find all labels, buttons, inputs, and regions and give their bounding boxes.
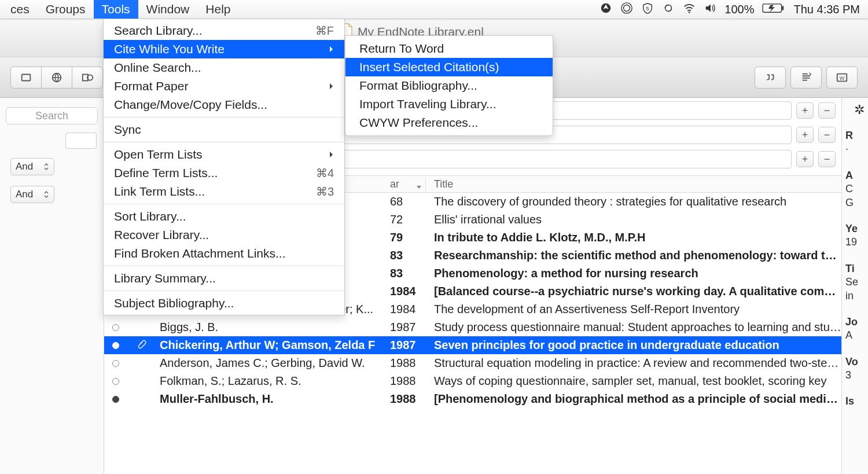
submenu-arrow-icon (328, 148, 334, 161)
submenu-item[interactable]: Insert Selected Citation(s) (345, 58, 553, 76)
menu-item[interactable]: Cite While You Write (104, 40, 344, 58)
menu-separator (104, 266, 344, 266)
menu-shortcut: ⌘3 (316, 185, 334, 199)
submenu-item[interactable]: Import Traveling Library... (345, 95, 553, 113)
location-icon[interactable] (599, 2, 612, 17)
menu-item[interactable]: Link Term Lists...⌘3 (104, 182, 344, 201)
cloud-icon[interactable] (620, 2, 633, 17)
search-input[interactable]: Search (6, 107, 98, 124)
menu-item-label: Define Term Lists... (114, 166, 218, 180)
submenu-item[interactable]: Format Bibliography... (345, 76, 553, 95)
menu-item-label: Format Paper (114, 79, 188, 93)
menu-ces[interactable]: ces (2, 0, 38, 19)
title-cell: Study process questionnaire manual: Stud… (426, 321, 841, 334)
col-year[interactable]: ar (388, 178, 426, 190)
menu-item-label: Change/Move/Copy Fields... (114, 98, 267, 112)
table-row[interactable]: Anderson, James C.; Gerbing, David W.198… (104, 354, 841, 372)
svg-point-4 (689, 11, 690, 13)
boolean-select-1[interactable]: And (10, 158, 54, 175)
battery-icon[interactable] (762, 3, 785, 16)
col-title[interactable]: Title (426, 178, 841, 190)
sync-icon[interactable] (662, 2, 675, 17)
title-cell: Seven principles for good practice in un… (426, 339, 841, 352)
read-flag[interactable] (104, 342, 127, 349)
add-row-button[interactable]: + (796, 127, 814, 143)
submenu-arrow-icon (328, 42, 334, 56)
remove-row-button[interactable]: − (818, 151, 836, 167)
online-mode-button[interactable] (41, 67, 72, 89)
menu-item-label: Link Term Lists... (114, 185, 205, 199)
volume-icon[interactable] (704, 2, 716, 17)
preview-field: TiSein (845, 262, 865, 303)
menu-item[interactable]: Format Paper (104, 77, 344, 95)
submenu-item[interactable]: CWYW Preferences... (345, 113, 553, 132)
menu-item[interactable]: Online Search... (104, 58, 344, 77)
read-flag[interactable] (104, 396, 127, 403)
menu-item-label: Find Broken Attachment Links... (114, 247, 285, 260)
menu-item[interactable]: Define Term Lists...⌘4 (104, 164, 344, 182)
menu-tools[interactable]: Tools (94, 0, 138, 19)
clock[interactable]: Thu 4:36 PM (793, 3, 860, 16)
menu-help[interactable]: Help (197, 0, 238, 19)
menu-item[interactable]: Find Broken Attachment Links... (104, 244, 344, 263)
remove-row-button[interactable]: − (818, 102, 836, 119)
preview-panel: ✲ R·ACGYe19TiSeinJoAVo3Is (841, 98, 868, 474)
svg-text:W: W (840, 75, 845, 80)
left-panel: Search And And (0, 98, 104, 474)
author-cell: Biggs, J. B. (156, 321, 388, 334)
menu-shortcut: ⌘F (315, 24, 334, 38)
wifi-icon[interactable] (683, 2, 696, 17)
attachment-cell[interactable] (127, 339, 156, 352)
boolean-select-label: And (16, 161, 33, 172)
year-cell: 1988 (388, 357, 426, 370)
preview-field: JoA (845, 315, 865, 343)
menu-separator (104, 142, 344, 142)
menu-item-label: Sync (114, 123, 141, 137)
insert-citation-button[interactable] (755, 67, 786, 89)
menu-item[interactable]: Sort Library... (104, 207, 344, 226)
word-button[interactable]: W (826, 67, 858, 89)
svg-point-1 (621, 2, 632, 13)
integrated-mode-button[interactable] (72, 67, 103, 89)
read-flag[interactable] (104, 360, 127, 367)
table-row[interactable]: Muller-Fahlbusch, H.1988[Phenomenology a… (104, 390, 841, 408)
toolbar-right-group: W (750, 67, 858, 89)
menu-item-label: Online Search... (114, 61, 201, 75)
menu-window[interactable]: Window (138, 0, 198, 19)
menu-item[interactable]: Change/Move/Copy Fields... (104, 95, 344, 114)
menu-item[interactable]: Open Term Lists (104, 145, 344, 164)
table-row[interactable]: Folkman, S.; Lazarus, R. S.1988Ways of c… (104, 372, 841, 390)
apple-menu-items: cesGroupsToolsWindowHelp (0, 0, 239, 19)
boolean-select-2[interactable]: And (10, 186, 54, 203)
remove-row-button[interactable]: − (818, 127, 836, 143)
menu-shortcut: ⌘4 (316, 166, 334, 180)
menu-item[interactable]: Recover Library... (104, 226, 344, 244)
table-row[interactable]: Biggs, J. B.1987Study process questionna… (104, 318, 841, 336)
menu-item[interactable]: Sync (104, 120, 344, 139)
format-bibliography-button[interactable] (790, 67, 822, 89)
menu-item[interactable]: Search Library...⌘F (104, 21, 344, 40)
menu-item[interactable]: Subject Bibliography... (104, 294, 344, 313)
menubar: cesGroupsToolsWindowHelp 5 100% Thu 4:36… (0, 0, 868, 19)
svg-text:5: 5 (646, 5, 649, 11)
menu-groups[interactable]: Groups (38, 0, 94, 19)
svg-point-2 (624, 5, 630, 11)
local-library-button[interactable] (10, 67, 42, 89)
read-flag[interactable] (104, 378, 127, 385)
menu-item-label: Cite While You Write (114, 42, 225, 56)
year-cell: 1988 (388, 392, 426, 406)
add-row-button[interactable]: + (796, 151, 814, 167)
read-flag[interactable] (104, 324, 127, 331)
table-row[interactable]: Chickering, Arthur W; Gamson, Zelda F198… (104, 336, 841, 354)
year-cell: 79 (388, 231, 426, 244)
add-row-button[interactable]: + (796, 102, 814, 119)
gear-icon[interactable]: ✲ (845, 102, 865, 117)
search-filter-field[interactable] (65, 133, 97, 149)
shield-icon[interactable]: 5 (641, 2, 654, 17)
menu-item[interactable]: Library Summary... (104, 269, 344, 288)
year-cell: 68 (388, 195, 426, 208)
submenu-item[interactable]: Return To Word (345, 39, 553, 58)
year-cell: 1988 (388, 374, 426, 388)
title-cell: Researchmanship: the scientific method a… (426, 249, 841, 262)
tools-menu: Search Library...⌘FCite While You WriteO… (103, 19, 345, 315)
